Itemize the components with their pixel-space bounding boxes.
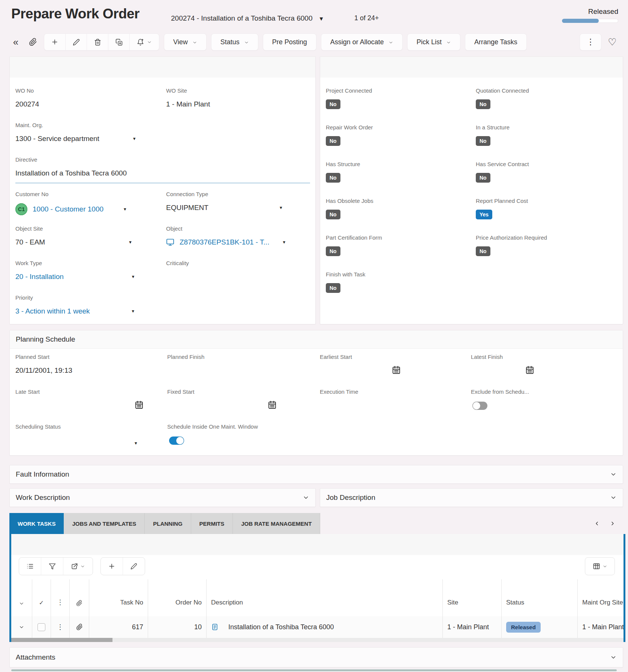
attachments-section[interactable]: Attachments (9, 647, 623, 668)
field-label: WO Site (166, 87, 210, 94)
tabs-scroll-left-icon[interactable] (594, 520, 600, 526)
dropdown-caret-icon[interactable]: ▾ (135, 440, 137, 446)
dropdown-caret-icon[interactable]: ▾ (124, 205, 126, 214)
flag-badge: No (326, 246, 340, 256)
row-menu-kebab-icon[interactable]: ⋮ (51, 616, 70, 638)
field-latest-finish: Latest Finish (471, 354, 503, 366)
flag-in-a-structure: In a Structure No (476, 124, 510, 146)
chevron-down-icon[interactable] (610, 654, 617, 661)
tab-jobs-and-templates[interactable]: JOBS AND TEMPLATES (64, 513, 145, 534)
page-scrollbar[interactable] (11, 669, 617, 671)
table-row[interactable]: ⋮ 617 10 Installation of a Toshiba Tecra… (11, 616, 624, 638)
field-label: Object Site (15, 225, 132, 232)
pick-list-button[interactable]: Pick List (407, 33, 460, 51)
chevron-down-icon[interactable] (610, 471, 617, 478)
calendar-icon[interactable] (268, 400, 277, 410)
grid-list-view-button[interactable] (19, 558, 41, 575)
tab-permits[interactable]: PERMITS (191, 513, 233, 534)
dropdown-caret-icon[interactable]: ▾ (132, 307, 135, 316)
grid-filter-icon[interactable] (41, 558, 63, 575)
task-document-icon[interactable] (211, 623, 219, 631)
dropdown-caret-icon[interactable]: ▾ (283, 238, 285, 247)
tabs-scroll-right-icon[interactable] (610, 520, 616, 526)
customer-link[interactable]: 1000 - Customer 1000 (33, 205, 103, 214)
assign-or-allocate-button[interactable]: Assign or Allocate (321, 33, 403, 51)
schedule-inside-window-toggle[interactable] (169, 436, 184, 445)
field-label: Object (166, 225, 285, 232)
priority-link[interactable]: 3 - Action within 1 week (15, 307, 90, 316)
record-selector[interactable]: 200274 - Installation of a Toshiba Tecra… (171, 14, 324, 22)
directive-input[interactable]: Installation of a Toshiba Tecra 6000 (15, 169, 127, 178)
pre-posting-button[interactable]: Pre Posting (263, 33, 316, 51)
favorite-heart-icon[interactable]: ♡ (606, 34, 619, 50)
field-scheduling-status: Scheduling Status (15, 423, 61, 430)
grid-export-button[interactable] (63, 558, 93, 575)
field-criticality: Criticality (166, 260, 189, 272)
chevron-down-icon[interactable] (610, 494, 617, 501)
field-earliest-start: Earliest Start (320, 354, 352, 366)
select-column-header[interactable]: ✓ (32, 579, 51, 616)
collapse-icon[interactable]: « (9, 34, 22, 50)
lifecycle-progress-fill (562, 19, 599, 23)
grid-layout-button[interactable] (585, 558, 615, 575)
field-value[interactable]: 20/11/2001, 19:13 (15, 366, 72, 375)
calendar-icon[interactable] (135, 400, 144, 410)
edit-record-button[interactable] (66, 34, 87, 50)
dropdown-caret-icon[interactable]: ▾ (133, 134, 136, 143)
arrange-tasks-label: Arrange Tasks (474, 38, 517, 46)
subscribe-notification-button[interactable] (130, 34, 159, 50)
grid-add-row-button[interactable] (101, 558, 123, 575)
chevron-down-icon[interactable] (303, 494, 309, 501)
calendar-icon[interactable] (392, 366, 401, 375)
more-actions-button[interactable]: ⋮ (580, 33, 601, 51)
exclude-from-scheduling-toggle[interactable] (472, 402, 487, 410)
expand-column-header[interactable] (11, 579, 32, 616)
field-label: Execution Time (320, 388, 358, 395)
column-header-task-no[interactable]: Task No (89, 579, 148, 616)
field-fixed-start: Fixed Start (167, 388, 195, 395)
horizontal-scrollbar-thumb[interactable] (11, 638, 112, 642)
row-expander[interactable] (11, 616, 32, 638)
row-checkbox[interactable] (37, 623, 45, 631)
tab-job-rate-management[interactable]: JOB RATE MANAGEMENT (233, 513, 320, 534)
calendar-icon[interactable] (525, 366, 534, 375)
duplicate-record-button[interactable] (108, 34, 130, 50)
status-button[interactable]: Status (211, 33, 258, 51)
vertical-scrollbar[interactable] (624, 534, 625, 642)
job-description-section[interactable]: Job Description (320, 488, 623, 507)
chevron-down-icon (388, 40, 393, 45)
planning-schedule-header: Planning Schedule (10, 330, 623, 349)
flag-label: Project Connected (326, 87, 372, 94)
flag-has-service-contract: Has Service Contract No (476, 161, 529, 183)
column-header-site[interactable]: Site (443, 579, 502, 616)
chevron-down-icon[interactable]: ▼ (318, 15, 324, 22)
row-attachment-paperclip-icon[interactable] (70, 616, 89, 638)
work-description-section[interactable]: Work Description (9, 488, 316, 507)
flag-label: Report Planned Cost (476, 198, 528, 204)
chevron-down-icon (80, 564, 85, 569)
view-button[interactable]: View (164, 33, 207, 51)
column-header-order-no[interactable]: Order No (148, 579, 207, 616)
dropdown-caret-icon[interactable]: ▾ (132, 272, 135, 281)
work-type-link[interactable]: 20 - Installation (15, 272, 64, 281)
grid-edit-row-button[interactable] (123, 558, 145, 575)
add-record-button[interactable] (44, 34, 66, 50)
dropdown-caret-icon[interactable]: ▾ (129, 238, 132, 247)
object-link[interactable]: Z8780376EPS1BK-101 - T... (180, 238, 269, 247)
tab-work-tasks[interactable]: WORK TASKS (9, 513, 64, 534)
delete-record-button[interactable] (87, 34, 108, 50)
fault-information-section[interactable]: Fault Information (9, 465, 623, 484)
arrange-tasks-button[interactable]: Arrange Tasks (465, 33, 527, 51)
horizontal-scrollbar-track[interactable] (11, 638, 624, 642)
card-header-strip (320, 57, 623, 78)
attachment-paperclip-icon[interactable] (27, 34, 39, 50)
flag-label: Finish with Task (326, 271, 366, 278)
field-label: Priority (15, 294, 134, 301)
dropdown-caret-icon[interactable]: ▾ (280, 203, 282, 212)
field-label: Directive (15, 156, 127, 163)
cell-maint-org-site: 1 - Main Plant (578, 616, 624, 638)
column-header-maint-org-site[interactable]: Maint Org Site (578, 579, 624, 616)
column-header-description[interactable]: Description (207, 579, 443, 616)
tab-planning[interactable]: PLANNING (145, 513, 191, 534)
column-header-status[interactable]: Status (502, 579, 578, 616)
